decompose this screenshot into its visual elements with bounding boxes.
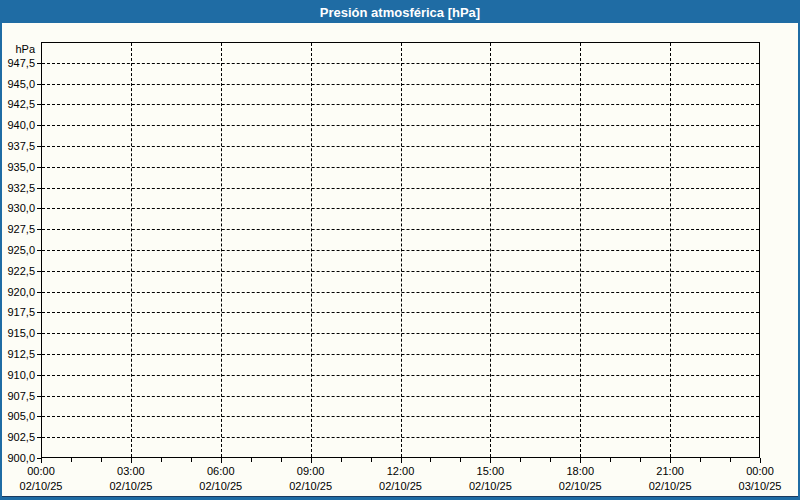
- y-axis-label: 915,0: [2, 326, 35, 340]
- x-axis-major-tick: [41, 458, 42, 463]
- x-axis-minor-tick: [730, 458, 731, 462]
- x-axis-major-tick: [580, 458, 581, 463]
- x-axis-date-label: 02/10/25: [371, 479, 431, 493]
- y-axis-label: 930,0: [2, 201, 35, 215]
- x-axis-time-label: 12:00: [371, 464, 431, 478]
- x-axis-date-label: 02/10/25: [550, 479, 610, 493]
- y-axis-label: 945,0: [2, 77, 35, 91]
- y-axis-label: 927,5: [2, 222, 35, 236]
- chart-title: Presión atmosférica [hPa]: [320, 5, 480, 20]
- x-axis-minor-tick: [610, 458, 611, 462]
- y-axis-tick: [37, 63, 41, 64]
- x-axis-minor-tick: [341, 458, 342, 462]
- x-axis-minor-tick: [550, 458, 551, 462]
- v-gridline: [221, 43, 222, 457]
- y-axis-tick: [37, 146, 41, 147]
- x-axis-date-label: 02/10/25: [460, 479, 520, 493]
- y-axis-tick: [37, 333, 41, 334]
- y-axis-tick: [37, 437, 41, 438]
- y-axis-tick: [37, 84, 41, 85]
- x-axis-date-label: 02/10/25: [101, 479, 161, 493]
- x-axis-major-tick: [670, 458, 671, 463]
- x-axis-minor-tick: [430, 458, 431, 462]
- x-axis-minor-tick: [700, 458, 701, 462]
- y-axis-label: 925,0: [2, 243, 35, 257]
- v-gridline: [311, 43, 312, 457]
- v-gridline: [580, 43, 581, 457]
- v-gridline: [490, 43, 491, 457]
- y-axis-tick: [37, 312, 41, 313]
- x-axis-major-tick: [131, 458, 132, 463]
- x-axis-major-tick: [760, 458, 761, 463]
- x-axis-minor-tick: [640, 458, 641, 462]
- y-axis-label: 947,5: [2, 56, 35, 70]
- x-axis-minor-tick: [251, 458, 252, 462]
- y-axis-tick: [37, 354, 41, 355]
- x-axis-minor-tick: [161, 458, 162, 462]
- x-axis-major-tick: [490, 458, 491, 463]
- chart-canvas: 947,5945,0942,5940,0937,5935,0932,5930,0…: [2, 23, 798, 497]
- y-axis-label: 937,5: [2, 139, 35, 153]
- x-axis-date-label: 03/10/25: [730, 479, 790, 493]
- x-axis-time-label: 18:00: [550, 464, 610, 478]
- y-axis-tick: [37, 416, 41, 417]
- y-axis-tick: [37, 188, 41, 189]
- x-axis-time-label: 00:00: [730, 464, 790, 478]
- y-axis-label: 935,0: [2, 160, 35, 174]
- y-axis-unit-label: hPa: [2, 42, 35, 56]
- v-gridline: [131, 43, 132, 457]
- x-axis-minor-tick: [71, 458, 72, 462]
- y-axis-tick: [37, 375, 41, 376]
- x-axis-minor-tick: [281, 458, 282, 462]
- y-axis-label: 942,5: [2, 97, 35, 111]
- x-axis-time-label: 21:00: [640, 464, 700, 478]
- x-axis-time-label: 15:00: [460, 464, 520, 478]
- x-axis-date-label: 02/10/25: [191, 479, 251, 493]
- y-axis-tick: [37, 292, 41, 293]
- x-axis-time-label: 09:00: [281, 464, 341, 478]
- x-axis-major-tick: [221, 458, 222, 463]
- v-gridline: [401, 43, 402, 457]
- y-axis-tick: [37, 271, 41, 272]
- pressure-chart-window: Presión atmosférica [hPa] 947,5945,0942,…: [0, 0, 800, 500]
- y-axis-label: 922,5: [2, 264, 35, 278]
- y-axis-tick: [37, 229, 41, 230]
- y-axis-label: 920,0: [2, 285, 35, 299]
- x-axis-minor-tick: [101, 458, 102, 462]
- x-axis-date-label: 02/10/25: [640, 479, 700, 493]
- x-axis-time-label: 00:00: [11, 464, 71, 478]
- x-axis-date-label: 02/10/25: [281, 479, 341, 493]
- y-axis-label: 910,0: [2, 368, 35, 382]
- v-gridline: [670, 43, 671, 457]
- y-axis-tick: [37, 104, 41, 105]
- x-axis-date-label: 02/10/25: [11, 479, 71, 493]
- x-axis-minor-tick: [371, 458, 372, 462]
- x-axis-major-tick: [311, 458, 312, 463]
- y-axis-tick: [37, 396, 41, 397]
- y-axis-tick: [37, 250, 41, 251]
- y-axis-label: 907,5: [2, 389, 35, 403]
- x-axis-major-tick: [401, 458, 402, 463]
- y-axis-label: 940,0: [2, 118, 35, 132]
- chart-titlebar: Presión atmosférica [hPa]: [2, 2, 798, 23]
- y-axis-label: 902,5: [2, 430, 35, 444]
- y-axis-label: 900,0: [2, 451, 35, 465]
- x-axis-time-label: 03:00: [101, 464, 161, 478]
- y-axis-tick: [37, 167, 41, 168]
- window-bottom-edge: [2, 496, 798, 497]
- x-axis-time-label: 06:00: [191, 464, 251, 478]
- y-axis-label: 905,0: [2, 409, 35, 423]
- y-axis-label: 932,5: [2, 181, 35, 195]
- x-axis-minor-tick: [520, 458, 521, 462]
- x-axis-minor-tick: [191, 458, 192, 462]
- y-axis-label: 912,5: [2, 347, 35, 361]
- x-axis-minor-tick: [460, 458, 461, 462]
- y-axis-tick: [37, 125, 41, 126]
- y-axis-label: 917,5: [2, 305, 35, 319]
- y-axis-tick: [37, 208, 41, 209]
